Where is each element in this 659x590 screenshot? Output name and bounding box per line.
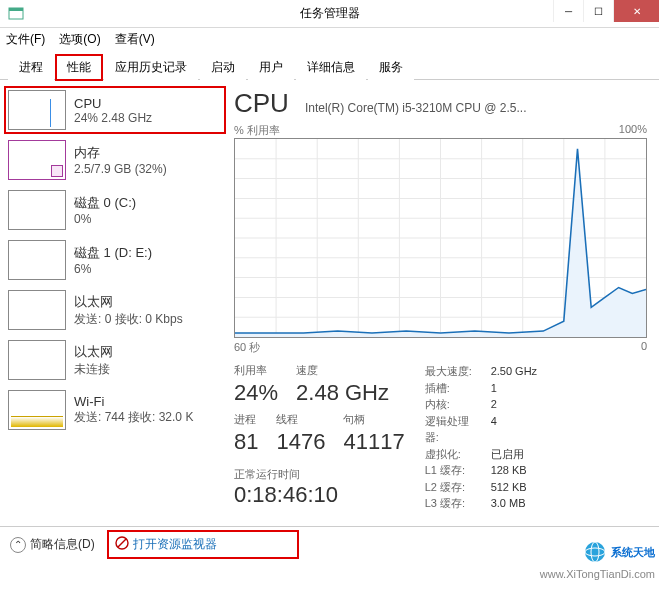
util-value: 24% (234, 380, 278, 406)
spec-row: 逻辑处理器:4 (425, 413, 537, 446)
proc-value: 81 (234, 429, 258, 455)
menu-file[interactable]: 文件(F) (6, 31, 45, 48)
cpu-thumb (8, 90, 66, 130)
svg-point-22 (585, 542, 605, 562)
spec-value: 128 KB (491, 462, 527, 479)
sidebar-item-label: 磁盘 0 (C:) (74, 194, 136, 212)
handle-value: 41117 (343, 429, 404, 455)
window-title: 任务管理器 (300, 5, 360, 22)
tab-users[interactable]: 用户 (248, 55, 294, 80)
spec-value: 4 (491, 413, 497, 446)
spec-key: 插槽: (425, 380, 481, 397)
uptime-label: 正常运行时间 (234, 467, 405, 482)
tab-startup[interactable]: 启动 (200, 55, 246, 80)
spec-row: 内核:2 (425, 396, 537, 413)
chevron-up-icon: ⌃ (10, 537, 26, 553)
tabs: 进程 性能 应用历史记录 启动 用户 详细信息 服务 (0, 50, 659, 80)
maximize-button[interactable]: ☐ (583, 0, 613, 22)
spec-value: 已启用 (491, 446, 524, 463)
tab-services[interactable]: 服务 (368, 55, 414, 80)
bottom-bar: ⌃ 简略信息(D) 打开资源监视器 (0, 526, 659, 562)
ethernet-thumb (8, 290, 66, 330)
thread-label: 线程 (276, 412, 325, 427)
cpu-model: Intel(R) Core(TM) i5-3210M CPU @ 2.5... (305, 101, 527, 115)
menu-view[interactable]: 查看(V) (115, 31, 155, 48)
ethernet-thumb (8, 340, 66, 380)
sidebar-item-label: 以太网 (74, 343, 113, 361)
spec-row: L3 缓存:3.0 MB (425, 495, 537, 512)
svg-rect-1 (9, 8, 23, 11)
proc-label: 进程 (234, 412, 258, 427)
main-title: CPU (234, 88, 289, 119)
sidebar-item-label: 磁盘 1 (D: E:) (74, 244, 152, 262)
spec-row: L2 缓存:512 KB (425, 479, 537, 496)
util-label: 利用率 (234, 363, 278, 378)
menu-bar: 文件(F) 选项(O) 查看(V) (0, 28, 659, 50)
app-icon (8, 6, 24, 22)
cpu-chart[interactable] (234, 138, 647, 338)
watermark: 系统天地 (583, 540, 655, 564)
fewer-details-button[interactable]: ⌃ 简略信息(D) (10, 536, 95, 553)
disk-thumb (8, 190, 66, 230)
tab-details[interactable]: 详细信息 (296, 55, 366, 80)
spec-key: 逻辑处理器: (425, 413, 481, 446)
spec-value: 2.50 GHz (491, 363, 537, 380)
uptime-value: 0:18:46:10 (234, 482, 405, 508)
sidebar-item-sub: 6% (74, 262, 152, 276)
sidebar: CPU 24% 2.48 GHz 内存 2.5/7.9 GB (32%) 磁盘 … (0, 80, 230, 540)
sidebar-item-label: Wi-Fi (74, 394, 193, 409)
spec-value: 2 (491, 396, 497, 413)
sidebar-item-sub: 2.5/7.9 GB (32%) (74, 162, 167, 176)
watermark-url: www.XiTongTianDi.com (540, 568, 655, 580)
sidebar-item-wifi[interactable]: Wi-Fi 发送: 744 接收: 32.0 K (6, 388, 224, 432)
sidebar-item-label: 内存 (74, 144, 167, 162)
sidebar-item-sub: 未连接 (74, 361, 113, 378)
spec-key: 虚拟化: (425, 446, 481, 463)
spec-row: L1 缓存:128 KB (425, 462, 537, 479)
window-buttons: ─ ☐ ✕ (553, 0, 659, 22)
sidebar-item-disk1[interactable]: 磁盘 1 (D: E:) 6% (6, 238, 224, 282)
chart-label-top-right: 100% (619, 123, 647, 138)
spec-value: 512 KB (491, 479, 527, 496)
title-bar: 任务管理器 ─ ☐ ✕ (0, 0, 659, 28)
main-panel: CPU Intel(R) Core(TM) i5-3210M CPU @ 2.5… (230, 80, 659, 540)
spec-key: L1 缓存: (425, 462, 481, 479)
sidebar-item-memory[interactable]: 内存 2.5/7.9 GB (32%) (6, 138, 224, 182)
speed-value: 2.48 GHz (296, 380, 389, 406)
spec-value: 1 (491, 380, 497, 397)
spec-table: 最大速度:2.50 GHz插槽:1内核:2逻辑处理器:4虚拟化:已启用L1 缓存… (425, 363, 537, 512)
disk-thumb (8, 240, 66, 280)
sidebar-item-cpu[interactable]: CPU 24% 2.48 GHz (6, 88, 224, 132)
sidebar-item-label: CPU (74, 96, 152, 111)
spec-key: L2 缓存: (425, 479, 481, 496)
speed-label: 速度 (296, 363, 389, 378)
handle-label: 句柄 (343, 412, 404, 427)
menu-options[interactable]: 选项(O) (59, 31, 100, 48)
chart-label-bottom-right: 0 (641, 340, 647, 355)
spec-row: 插槽:1 (425, 380, 537, 397)
spec-row: 最大速度:2.50 GHz (425, 363, 537, 380)
open-resource-monitor-link[interactable]: 打开资源监视器 (109, 532, 297, 557)
sidebar-item-sub: 24% 2.48 GHz (74, 111, 152, 125)
tab-processes[interactable]: 进程 (8, 55, 54, 80)
globe-icon (583, 540, 607, 564)
spec-value: 3.0 MB (491, 495, 526, 512)
sidebar-item-label: 以太网 (74, 293, 183, 311)
sidebar-item-sub: 发送: 744 接收: 32.0 K (74, 409, 193, 426)
tab-performance[interactable]: 性能 (56, 55, 102, 80)
minimize-button[interactable]: ─ (553, 0, 583, 22)
content: CPU 24% 2.48 GHz 内存 2.5/7.9 GB (32%) 磁盘 … (0, 80, 659, 540)
spec-key: 最大速度: (425, 363, 481, 380)
chart-label-top-left: % 利用率 (234, 123, 280, 138)
sidebar-item-sub: 发送: 0 接收: 0 Kbps (74, 311, 183, 328)
tab-history[interactable]: 应用历史记录 (104, 55, 198, 80)
sidebar-item-sub: 0% (74, 212, 136, 226)
sidebar-item-ethernet0[interactable]: 以太网 发送: 0 接收: 0 Kbps (6, 288, 224, 332)
thread-value: 1476 (276, 429, 325, 455)
memory-thumb (8, 140, 66, 180)
sidebar-item-disk0[interactable]: 磁盘 0 (C:) 0% (6, 188, 224, 232)
close-button[interactable]: ✕ (613, 0, 659, 22)
spec-row: 虚拟化:已启用 (425, 446, 537, 463)
sidebar-item-ethernet1[interactable]: 以太网 未连接 (6, 338, 224, 382)
spec-key: 内核: (425, 396, 481, 413)
